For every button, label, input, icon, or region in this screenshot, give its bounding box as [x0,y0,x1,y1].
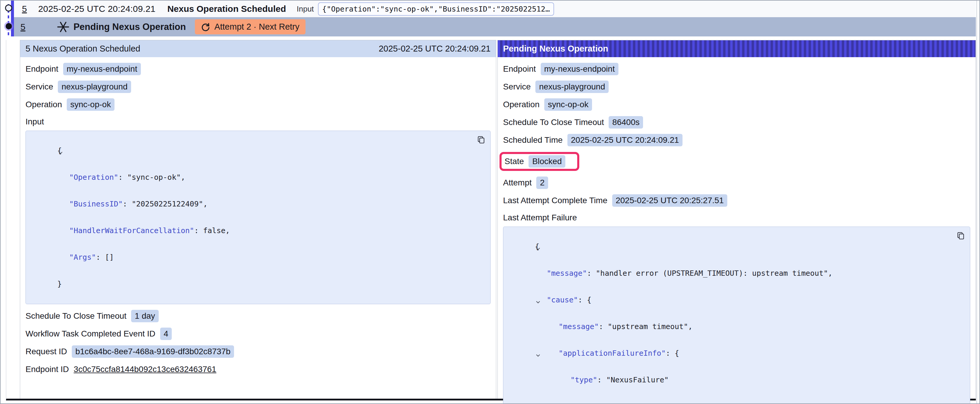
temporal-event-history-screen: 5 2025-02-25 UTC 20:24:09.21 Nexus Opera… [0,0,980,404]
json-key: "HandlerWaitForCancellation" [69,226,194,235]
chevron-down-icon[interactable] [509,342,514,348]
field-label: Schedule To Close Timeout [25,311,126,321]
scheduled-fields-bottom: Schedule To Close Timeout 1 day Workflow… [25,310,491,375]
field-value: b1c6a4bc-8ee7-468a-9169-df3b02c8737b [72,345,234,358]
input-json-lines: { "Operation": "sync-op-ok", "BusinessID… [29,138,473,297]
json-value: : { [666,349,679,358]
field-label: Service [25,82,53,92]
json-value: : [] [96,253,114,261]
pending-panel-title: Pending Nexus Operation [503,44,608,54]
scheduled-panel-title: 5 Nexus Operation Scheduled [25,44,140,54]
detail-field: Request ID b1c6a4bc-8ee7-468a-9169-df3b0… [25,345,234,358]
event-rows: 5 2025-02-25 UTC 20:24:09.21 Nexus Opera… [14,1,976,36]
code-line: } [29,271,473,297]
field-value: Blocked [528,155,565,168]
field-value: nexus-playground [535,81,609,93]
retry-refresh-icon [201,22,210,32]
detail-field: Schedule To Close Timeout 86400s [503,116,643,128]
json-value: : "upstream timeout", [599,322,693,331]
scheduled-fields-top: Endpoint my-nexus-endpoint Service nexus… [25,63,491,111]
timeline-node-open-icon [5,5,12,11]
input-preview-chip[interactable]: {"Operation":"sync-op-ok","BusinessID":"… [318,2,554,16]
field-label: Service [503,82,531,92]
field-value: 1 day [131,310,159,322]
event-timeline-gutter [1,1,14,39]
event-timestamp: 2025-02-25 UTC 20:24:09.21 [38,4,156,14]
retry-status-badge: Attempt 2 · Next Retry [195,19,305,34]
field-label: Workflow Task Completed Event ID [25,329,156,339]
detail-field: Operation sync-op-ok [25,99,115,111]
input-section-label: Input [25,117,491,127]
field-label: Endpoint [25,64,59,74]
pending-operation-title: Pending Nexus Operation [73,22,186,32]
json-key: "applicationFailureInfo" [558,349,666,358]
retry-badge-label: Attempt 2 · Next Retry [215,22,299,32]
chevron-down-icon[interactable] [509,236,514,241]
field-label: Endpoint ID [25,364,69,374]
pending-panel-header-striped: Pending Nexus Operation [498,40,975,57]
code-line: "Args": [] [29,244,473,271]
pending-fields-top: Endpoint my-nexus-endpoint Service nexus… [503,63,970,206]
copy-icon[interactable] [477,135,485,144]
detail-field: State Blocked [500,152,579,171]
code-line: } [506,393,952,404]
field-value[interactable]: 3c0c75ccfa8144b092c13ce632463761 [73,364,216,374]
detail-field: Workflow Task Completed Event ID 4 [25,328,172,340]
code-line: { [29,138,473,164]
code-line: "message": "upstream timeout", [506,314,952,340]
field-label: State [504,157,524,166]
event-title: Nexus Operation Scheduled [167,4,286,14]
field-value: my-nexus-endpoint [63,63,141,75]
event-details-expanded: 5 Nexus Operation Scheduled 2025-02-25 U… [6,40,976,401]
json-key: "message" [547,269,587,277]
detail-field: Scheduled Time 2025-02-25 UTC 20:24:09.2… [503,134,682,146]
field-label: Last Attempt Complete Time [503,196,608,205]
json-key: "Args" [69,253,96,261]
detail-field: Service nexus-playground [503,81,609,93]
json-value: : "NexusFailure" [597,375,669,384]
chevron-down-icon[interactable] [31,140,37,145]
json-value: : "handler error (UPSTREAM_TIMEOUT): ups… [587,269,833,277]
scrollbar-track[interactable] [977,1,977,403]
json-value: : { [578,296,592,304]
field-value: 2025-02-25 UTC 20:24:09.21 [567,134,682,146]
json-value: : false, [194,226,230,235]
failure-json-lines: { "message": "handler error (UPSTREAM_TI… [506,233,952,404]
field-label: Request ID [25,347,67,356]
scheduled-panel-body: Endpoint my-nexus-endpoint Service nexus… [20,63,496,375]
event-row-collapsed[interactable]: 5 2025-02-25 UTC 20:24:09.21 Nexus Opera… [14,1,976,17]
timeline-node-current-icon [6,23,12,29]
detail-field: Endpoint ID 3c0c75ccfa8144b092c13ce63246… [25,363,216,375]
field-label: Operation [25,100,62,109]
code-line: "HandlerWaitForCancellation": false, [29,217,473,244]
json-key: "BusinessID" [69,200,123,208]
pending-operation-row[interactable]: 5 Pending Nexus Operation Attempt 2 · Ne… [14,17,976,36]
nexus-asterisk-icon [57,21,69,33]
last-attempt-failure-label: Last Attempt Failure [503,213,970,223]
json-value: : "20250225122409", [123,200,208,208]
pending-panel-body: Endpoint my-nexus-endpoint Service nexus… [498,63,975,404]
pending-event-id-link[interactable]: 5 [21,22,25,32]
scheduled-panel-timestamp: 2025-02-25 UTC 20:24:09.21 [379,44,491,54]
code-line: "applicationFailureInfo": { [506,340,952,367]
input-json-block: { "Operation": "sync-op-ok", "BusinessID… [25,131,491,304]
detail-field: Endpoint my-nexus-endpoint [503,63,619,75]
copy-icon[interactable] [956,231,965,241]
detail-field: Last Attempt Complete Time 2025-02-25 UT… [503,195,727,206]
code-line: "type": "NexusFailure" [506,367,952,393]
field-value: sync-op-ok [67,98,115,111]
field-value: 2 [536,176,548,189]
code-line: "message": "handler error (UPSTREAM_TIME… [506,260,952,287]
field-value: my-nexus-endpoint [541,63,619,75]
json-value: } [57,280,62,288]
detail-field: Service nexus-playground [25,81,131,93]
chevron-down-icon[interactable] [509,289,514,295]
field-value: nexus-playground [58,81,131,93]
json-key: "type" [570,375,597,384]
failure-json-block: { "message": "handler error (UPSTREAM_TI… [503,227,970,404]
field-value: sync-op-ok [544,98,592,111]
detail-field: Attempt 2 [503,177,548,189]
event-id-link[interactable]: 5 [22,4,27,14]
field-value: 86400s [609,116,643,128]
field-value: 4 [160,328,172,340]
